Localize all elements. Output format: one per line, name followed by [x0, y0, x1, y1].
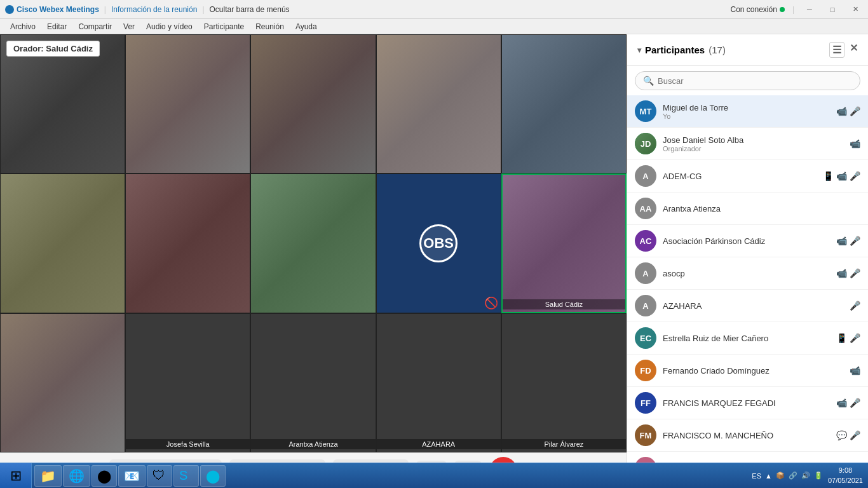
participant-avatar: MT: [635, 100, 656, 122]
participant-actions: 📹: [850, 365, 860, 376]
participant-info: Jose Daniel Soto Alba Organizador: [663, 135, 843, 152]
participant-item[interactable]: MT Miguel de la Torre Yo 📹 🎤: [627, 95, 868, 128]
mic-status-icon: 🎤: [850, 430, 860, 440]
video-cell-14: AZAHARA: [376, 313, 501, 452]
participants-panel: ▾ Participantes (17) ☰ ✕ 🔍 MT Miguel de …: [627, 34, 868, 488]
security-icon: 🛡: [153, 468, 165, 483]
participant-info: Estrella Ruiz de Mier Cañero: [663, 334, 830, 343]
maximize-button[interactable]: □: [825, 4, 840, 15]
windows-logo: ⊞: [10, 468, 22, 484]
participant-item[interactable]: A asocp 📹 🎤: [627, 257, 868, 290]
participant-name: Arantxa Atienza: [663, 204, 854, 214]
meeting-info-link[interactable]: Información de la reunión: [111, 5, 197, 14]
participant-name: Fernando Criado Domínguez: [663, 366, 843, 376]
video-label-arantxa: Arantxa Atienza: [251, 439, 375, 449]
video-cell-5: [501, 34, 627, 173]
participant-item[interactable]: EC Estrella Ruiz de Mier Cañero 📱 🎤: [627, 322, 868, 355]
video-cell-6: [0, 173, 125, 313]
panel-count: (17): [709, 44, 726, 55]
mic-status-icon: 🎤: [850, 106, 860, 116]
device-icon: 📱: [823, 171, 834, 181]
participant-info: FRANCIS MARQUEZ FEGADI: [663, 398, 830, 408]
video-cell-8: [250, 173, 376, 313]
video-cell-13: Arantxa Atienza: [250, 313, 376, 452]
video-cell-obs: OBS 🚫: [376, 173, 501, 313]
network-icon: 🔗: [789, 471, 797, 480]
menu-editar[interactable]: Editar: [42, 21, 72, 32]
participant-actions: 📱 🎤: [836, 333, 860, 343]
taskbar-app-files[interactable]: 📁: [34, 465, 62, 487]
clock: 9:08 07/05/2021: [828, 466, 863, 485]
menu-archivo[interactable]: Archivo: [5, 21, 41, 32]
participant-info: Miguel de la Torre Yo: [663, 103, 830, 120]
participant-item[interactable]: AC Asociación Párkinson Cádiz 📹 🎤: [627, 225, 868, 257]
panel-close-button[interactable]: ✕: [850, 42, 858, 58]
taskbar-app-webex[interactable]: ⬤: [200, 465, 226, 487]
lang-indicator: ES: [752, 472, 761, 480]
participant-name: FRANCISCO M. MANCHEÑO: [663, 431, 830, 440]
connection-status: Con conexión: [730, 5, 784, 14]
participant-item[interactable]: A ADEM-CG 📱 📹 🎤: [627, 160, 868, 193]
participant-actions: 📹 🎤: [836, 398, 860, 408]
cam-status-icon: 📹: [836, 171, 847, 181]
taskbar-app-outlook[interactable]: 📧: [118, 465, 146, 487]
start-button[interactable]: ⊞: [0, 463, 32, 489]
minimize-button[interactable]: ─: [802, 4, 817, 15]
menu-ver[interactable]: Ver: [118, 21, 140, 32]
sort-button[interactable]: ☰: [829, 42, 844, 58]
participant-item[interactable]: FD Fernando Criado Domínguez 📹: [627, 355, 868, 387]
menu-ayuda[interactable]: Ayuda: [290, 21, 322, 32]
participant-info: Asociación Párkinson Cádiz: [663, 236, 830, 246]
skype-icon: S: [179, 468, 187, 483]
participant-actions: 📹 🎤: [836, 236, 860, 246]
taskbar-apps: 📁 🌐 ⬤ 📧 🛡 S ⬤: [32, 463, 228, 489]
participant-info: ADEM-CG: [663, 172, 817, 181]
participant-avatar: A: [635, 262, 656, 284]
video-label-pilar: Pilar Álvarez: [502, 439, 626, 449]
participant-name: Miguel de la Torre: [663, 103, 830, 112]
video-cell-3: [250, 34, 376, 173]
video-cell-7: [125, 173, 250, 313]
participants-list: MT Miguel de la Torre Yo 📹 🎤 JD Jose Dan…: [627, 95, 868, 488]
participant-item[interactable]: JD Jose Daniel Soto Alba Organizador 📹: [627, 128, 868, 160]
participant-actions: 📹 🎤: [836, 106, 860, 116]
close-button[interactable]: ✕: [848, 4, 863, 15]
chat-bubble-icon: 💬: [836, 430, 847, 440]
taskbar-app-ie[interactable]: 🌐: [63, 465, 90, 487]
mic-status-icon: 🎤: [850, 398, 860, 408]
taskbar-app-skype[interactable]: S: [173, 465, 199, 487]
participant-item[interactable]: AA Arantxa Atienza: [627, 193, 868, 225]
mic-status-icon: 🎤: [850, 171, 860, 181]
video-cell-2: [125, 34, 250, 173]
participant-avatar: AA: [635, 198, 656, 219]
participant-info: AZAHARA: [663, 301, 843, 311]
cam-status-icon: 📹: [836, 268, 847, 278]
cam-status-icon: 📹: [850, 365, 860, 376]
hide-menu-btn[interactable]: Ocultar barra de menús: [210, 5, 290, 14]
participant-item[interactable]: A AZAHARA 🎤: [627, 290, 868, 322]
participant-actions: 💬 🎤: [836, 430, 860, 440]
participant-info: FRANCISCO M. MANCHEÑO: [663, 431, 830, 440]
menu-compartir[interactable]: Compartir: [73, 21, 117, 32]
video-cell-11: [0, 313, 125, 452]
chrome-icon: ⬤: [97, 468, 111, 484]
main-layout: Orador: Salud Cádiz: [0, 34, 868, 488]
obs-icon: OBS: [419, 224, 458, 262]
search-input[interactable]: [658, 76, 852, 86]
participant-avatar: FD: [635, 360, 656, 381]
menu-audio-video[interactable]: Audio y vídeo: [141, 21, 198, 32]
participant-avatar: JD: [635, 133, 656, 154]
taskbar-app-security[interactable]: 🛡: [147, 465, 172, 487]
participant-item[interactable]: FF FRANCIS MARQUEZ FEGADI 📹 🎤: [627, 387, 868, 419]
video-cell-4: [376, 34, 501, 173]
app-name: Cisco Webex Meetings: [17, 5, 99, 14]
mic-status-icon: 🎤: [850, 268, 860, 278]
menu-reunion[interactable]: Reunión: [250, 21, 289, 32]
participant-avatar: EC: [635, 327, 656, 349]
connection-indicator: [780, 7, 785, 12]
participant-info: Fernando Criado Domínguez: [663, 366, 843, 376]
participant-avatar: FF: [635, 392, 656, 414]
taskbar-app-chrome[interactable]: ⬤: [92, 465, 117, 487]
participant-item[interactable]: FM FRANCISCO M. MANCHEÑO 💬 🎤: [627, 419, 868, 452]
menu-participante[interactable]: Participante: [199, 21, 249, 32]
